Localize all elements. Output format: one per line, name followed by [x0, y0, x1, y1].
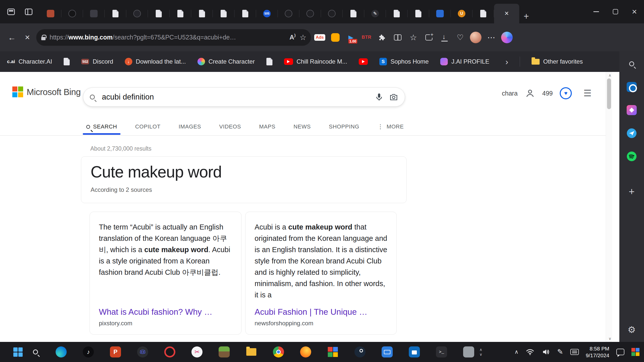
source-card[interactable]: The term “Acubi” is actually an English … [90, 212, 242, 335]
tab-copilot[interactable]: COPILOT [135, 118, 160, 135]
favorite-youtube[interactable] [359, 58, 368, 65]
sidebar-spotify-icon[interactable] [626, 150, 638, 162]
favorites-icon[interactable] [407, 31, 420, 44]
discord-app-icon[interactable] [137, 346, 148, 358]
favorites-overflow-chevron[interactable] [505, 57, 508, 66]
close-tab-icon[interactable] [504, 11, 509, 16]
browser-tab[interactable] [148, 4, 170, 23]
tiktok-app-icon[interactable] [83, 346, 94, 358]
video-speed-extension-icon[interactable]: 1.00 [344, 31, 358, 44]
taskbar-overflow-scroll[interactable] [479, 348, 482, 356]
start-button[interactable] [12, 346, 24, 358]
page-scrollbar[interactable] [606, 72, 612, 342]
browser-tab[interactable] [278, 4, 299, 23]
scroll-up-icon[interactable] [607, 73, 613, 77]
sidebar-settings-icon[interactable] [626, 324, 638, 336]
tab-activity-icon[interactable] [4, 5, 18, 19]
tab-search[interactable]: SEARCH [86, 118, 117, 135]
profile-person-icon[interactable] [525, 88, 535, 99]
minimize-button[interactable] [587, 0, 606, 23]
browser-tab[interactable] [83, 4, 105, 23]
sidebar-outlook-icon[interactable] [626, 81, 638, 93]
sidebar-search-icon[interactable] [626, 58, 638, 70]
sidebar-messaging-icon[interactable] [626, 127, 638, 139]
btr-extension-icon[interactable]: BTR [360, 31, 373, 44]
scroll-down-icon[interactable] [607, 337, 613, 340]
tab-shopping[interactable]: SHOPPING [329, 118, 359, 135]
settings-menu-icon[interactable] [485, 31, 498, 44]
tray-app-icon[interactable] [631, 348, 639, 356]
search-input[interactable]: acubi definition [102, 93, 369, 102]
browser-tab[interactable]: 505 [256, 4, 278, 23]
browser-tab[interactable] [299, 4, 321, 23]
vertical-tabs-icon[interactable] [22, 5, 36, 19]
account-name[interactable]: chara [502, 90, 518, 97]
tab-maps[interactable]: MAPS [259, 118, 275, 135]
browser-tab[interactable] [105, 4, 126, 23]
favorite-download[interactable]: ↓Download the lat... [125, 58, 186, 65]
volume-icon[interactable] [542, 348, 550, 356]
tab-more[interactable]: MORE [377, 118, 404, 135]
terminal-app-icon[interactable]: >_ [436, 346, 447, 358]
browser-tab[interactable] [40, 4, 61, 23]
other-favorites-folder[interactable]: Other favorites [532, 58, 583, 65]
generic-app-icon[interactable] [463, 346, 474, 358]
split-screen-icon[interactable] [391, 31, 405, 44]
store-app-icon[interactable] [409, 346, 420, 358]
browser-tab[interactable] [126, 4, 148, 23]
favorite-create-character[interactable]: Create Character [197, 58, 255, 65]
sidebar-designer-icon[interactable] [626, 104, 638, 116]
close-button[interactable] [625, 0, 644, 23]
touch-keyboard-icon[interactable] [570, 349, 579, 355]
collections-icon[interactable] [422, 31, 436, 44]
favorite-discord[interactable]: 502Discord [81, 58, 113, 65]
favorite-chill-raincode[interactable]: Chill Raincode M... [284, 58, 347, 65]
honey-extension-icon[interactable] [329, 31, 342, 44]
new-tab-button[interactable] [519, 9, 533, 23]
browser-tab[interactable] [170, 4, 191, 23]
profile-avatar[interactable] [469, 31, 482, 44]
tray-chevron-icon[interactable] [514, 349, 518, 355]
favorite-sophos[interactable]: SSophos Home [379, 58, 429, 65]
file-explorer-icon[interactable] [246, 346, 257, 358]
source-card[interactable]: Acubi is a cute makeup word that origina… [245, 212, 397, 335]
url-text[interactable]: https://www.bing.com/search?pglt=675&PC=… [50, 34, 286, 41]
chrome-app-icon[interactable] [273, 346, 284, 358]
scrollbar-thumb[interactable] [607, 78, 611, 109]
edge-app-icon[interactable] [55, 346, 67, 358]
browser-tab[interactable] [61, 4, 83, 23]
extensions-puzzle-icon[interactable] [375, 31, 389, 44]
browser-tab[interactable] [386, 4, 408, 23]
search-box[interactable]: acubi definition [83, 87, 405, 107]
browser-essentials-icon[interactable] [453, 31, 467, 44]
opera-app-icon[interactable] [164, 346, 176, 358]
add-favorite-icon[interactable] [300, 34, 306, 41]
browser-tab[interactable] [429, 4, 451, 23]
favorite-characterai[interactable]: c.aiCharacter.AI [7, 58, 52, 65]
read-aloud-icon[interactable]: A) [290, 33, 296, 41]
tab-images[interactable]: IMAGES [179, 118, 201, 135]
favorite-page[interactable] [64, 58, 70, 65]
firefox-app-icon[interactable] [300, 346, 311, 358]
browser-tab[interactable]: U [451, 4, 472, 23]
powerpoint-app-icon[interactable]: P [110, 346, 121, 358]
photos-app-icon[interactable] [327, 346, 339, 358]
browser-tab[interactable] [191, 4, 213, 23]
lock-icon[interactable] [41, 37, 46, 40]
wifi-icon[interactable] [526, 347, 535, 356]
notifications-icon[interactable] [616, 349, 624, 355]
ads-extension-icon[interactable]: Ads [313, 31, 327, 44]
browser-tab[interactable] [343, 4, 364, 23]
favorite-page[interactable] [266, 58, 272, 65]
active-tab[interactable] [494, 4, 519, 23]
pen-icon[interactable] [557, 348, 563, 355]
downloads-icon[interactable] [438, 31, 451, 44]
maximize-button[interactable] [606, 0, 625, 23]
favorite-jai-profile[interactable]: J.AI PROFILE [440, 58, 489, 65]
clipchamp-app-icon[interactable] [191, 346, 203, 358]
tab-videos[interactable]: VIDEOS [219, 118, 241, 135]
minecraft-app-icon[interactable] [218, 346, 230, 358]
hamburger-menu-icon[interactable] [583, 89, 591, 98]
stop-button[interactable] [21, 31, 34, 44]
browser-tab[interactable] [321, 4, 343, 23]
